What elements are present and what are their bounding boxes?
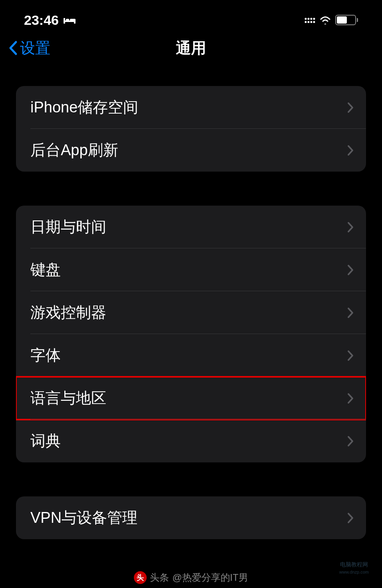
chevron-right-icon <box>347 264 354 276</box>
settings-group-vpn: VPN与设备管理 <box>16 496 366 539</box>
svg-point-6 <box>308 21 310 23</box>
status-bar: 23:46 <box>0 0 382 34</box>
chevron-right-icon <box>347 392 354 404</box>
wifi-icon <box>319 16 331 24</box>
row-background-app-refresh[interactable]: 后台App刷新 <box>16 129 366 172</box>
svg-text:电脑教程网: 电脑教程网 <box>340 561 368 568</box>
svg-rect-4 <box>74 20 76 24</box>
chevron-right-icon <box>347 512 354 524</box>
chevron-right-icon <box>347 102 354 114</box>
navigation-bar: 设置 通用 <box>0 34 382 66</box>
status-time: 23:46 <box>24 12 59 28</box>
back-button[interactable]: 设置 <box>8 38 50 58</box>
battery-level: 56 <box>342 16 349 24</box>
row-label: 键盘 <box>30 260 61 280</box>
status-left: 23:46 <box>24 12 76 28</box>
row-iphone-storage[interactable]: iPhone储存空间 <box>16 86 366 129</box>
row-label: 游戏控制器 <box>30 302 106 323</box>
site-watermark: 电脑教程网 www.dnzp.com <box>332 558 376 580</box>
row-label: 词典 <box>30 431 61 451</box>
svg-point-9 <box>305 18 307 20</box>
svg-rect-1 <box>64 18 65 24</box>
page-title: 通用 <box>176 38 206 58</box>
footer-author: @热爱分享的IT男 <box>172 571 248 584</box>
chevron-right-icon <box>347 350 354 362</box>
row-label: 后台App刷新 <box>30 140 118 160</box>
row-fonts[interactable]: 字体 <box>16 334 366 377</box>
row-label: 语言与地区 <box>30 388 106 408</box>
footer-watermark: 头 头条 @热爱分享的IT男 <box>0 571 382 584</box>
row-label: 日期与时间 <box>30 217 106 237</box>
svg-rect-2 <box>66 19 69 21</box>
settings-group-storage: iPhone储存空间 后台App刷新 <box>16 86 366 172</box>
svg-text:www.dnzp.com: www.dnzp.com <box>339 570 369 574</box>
svg-point-8 <box>313 21 315 23</box>
row-keyboard[interactable]: 键盘 <box>16 248 366 291</box>
chevron-right-icon <box>347 307 354 319</box>
battery-indicator: 56 <box>335 15 358 25</box>
row-label: VPN与设备管理 <box>30 508 137 528</box>
settings-content: iPhone储存空间 后台App刷新 日期与时间 <box>0 66 382 539</box>
row-vpn-device-management[interactable]: VPN与设备管理 <box>16 496 366 539</box>
toutiao-icon: 头 <box>134 571 147 584</box>
settings-group-general: 日期与时间 键盘 游戏控制器 字体 <box>16 206 366 462</box>
svg-point-10 <box>308 18 310 20</box>
row-language-region[interactable]: 语言与地区 <box>16 377 366 420</box>
row-date-time[interactable]: 日期与时间 <box>16 206 366 248</box>
chevron-right-icon <box>347 221 354 233</box>
svg-point-12 <box>313 18 315 20</box>
row-dictionary[interactable]: 词典 <box>16 420 366 462</box>
back-label: 设置 <box>20 38 50 58</box>
row-label: iPhone储存空间 <box>30 97 138 118</box>
svg-point-7 <box>310 21 312 23</box>
chevron-right-icon <box>347 144 354 156</box>
dual-sim-icon <box>304 15 315 25</box>
status-right: 56 <box>304 15 358 25</box>
sleep-focus-icon <box>64 16 76 24</box>
chevron-right-icon <box>347 435 354 447</box>
svg-point-11 <box>310 18 312 20</box>
row-game-controller[interactable]: 游戏控制器 <box>16 291 366 334</box>
svg-point-5 <box>305 21 307 23</box>
chevron-left-icon <box>8 40 18 56</box>
row-label: 字体 <box>30 345 61 366</box>
footer-source: 头条 <box>150 571 169 584</box>
